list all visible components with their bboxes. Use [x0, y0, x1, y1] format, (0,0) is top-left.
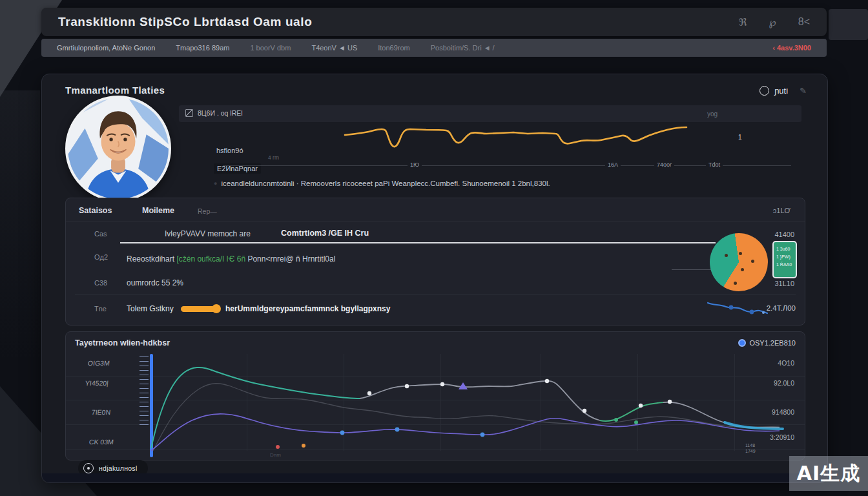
legend-line-3: 1 ŔAA0 [776, 261, 793, 269]
timeseries-badge-label: OSY1.2EB810 [749, 339, 796, 347]
row2-green-text[interactable]: [cžén oufkca/I ŀЄ 6ñ [176, 254, 247, 264]
row1-text2: Comtrtiom3 /GE IH Cru [281, 229, 369, 238]
watermark: AI生成 [789, 456, 868, 491]
row4-value: 2.4T.Л00 [767, 304, 796, 312]
chart-description: ● iceandlelduncnmtotinli · Remooverls ri… [214, 180, 550, 187]
y-label-3: 7IE0N [91, 408, 110, 416]
ornament-icon-3[interactable]: 8< [798, 16, 810, 28]
table-header-col2[interactable]: Moileme [142, 206, 174, 215]
sparkline-blue [707, 299, 769, 317]
x-tick-1: 1Ю [408, 161, 422, 168]
y-label-1: OIG3M [87, 359, 110, 367]
pie-dot [725, 254, 728, 257]
row1-text: IvleyPVAVV memoch are [165, 229, 251, 238]
record-icon [83, 463, 94, 473]
background-shape [0, 90, 40, 362]
refresh-control[interactable]: ɲuti ✎ [760, 86, 807, 96]
timeseries-panel: Tayetrneon wlien-hdkbsr OSY1.2EB810 OIG3… [65, 331, 805, 460]
y-label-2: YI4520| [85, 379, 108, 387]
axis-note: 4 rm [268, 154, 279, 161]
chart-meta: 8Ц6И . oq lREl [185, 109, 243, 117]
ornament-icon-1[interactable]: ℜ [739, 16, 747, 28]
dashboard-screen: Transkitionn StipSCo Lbrtdasd Oam ualo ℜ… [0, 0, 868, 496]
pie-dot [741, 268, 744, 271]
chart-meta-right: yog [707, 110, 718, 118]
line-chart-yellow [339, 125, 701, 158]
row1-value: 41400 [774, 231, 794, 238]
nav-bar: Gmrtiulopnoliom, AtoNe Gonon Tmapo316 89… [41, 39, 827, 57]
title-bar-icons: ℜ ℘ 8< [739, 16, 810, 28]
pie-chart [710, 233, 768, 291]
x-tick-3: 74oor [654, 161, 674, 168]
progress-bar [181, 306, 216, 312]
nav-item-2[interactable]: Tmapo316 89am [176, 44, 229, 52]
table-header-col1[interactable]: Sataisos [79, 206, 112, 215]
nav-item-1[interactable]: Gmrtiulopnoliom, AtoNe Gonon [57, 44, 155, 52]
refresh-label: ɲuti [774, 86, 788, 96]
pie-dot [734, 282, 737, 285]
chart-description-text: iceandlelduncnmtotinli · Remooverls rico… [221, 180, 550, 187]
row3-key: C38 [94, 279, 107, 287]
row3-value: 31L10 [774, 280, 794, 287]
legend-line-2: 1 }PW) [776, 253, 793, 261]
row4-text: Tolem Gstkny [127, 304, 174, 313]
corner-line-2: 1749 [745, 449, 756, 455]
row2-content: Reeostkdihart [cžén oufkca/I ŀЄ 6ñ Ponn<… [127, 253, 335, 264]
divider [75, 294, 796, 294]
pie-callout-line [672, 269, 712, 270]
chart-meta-label: 8Ц6И . oq lREl [198, 109, 243, 117]
series-label-1[interactable]: hsflon9ó [216, 147, 243, 154]
nav-item-5[interactable]: Iton69rom [378, 44, 410, 52]
table-header-value: ɔ1LƠ [773, 207, 790, 214]
title-bar: Transkitionn StipSCo Lbrtdasd Oam ualo ℜ… [41, 8, 827, 36]
app-title: Transkitionn StipSCo Lbrtdasd Oam ualo [58, 15, 312, 29]
status-table: Sataisos Moileme Rep— ɔ1LƠ Cas IvleyPVAV… [65, 198, 805, 326]
refresh-circle-icon [760, 86, 769, 96]
bullet-icon: ● [214, 180, 217, 187]
row2-text: Reeostkdihart [127, 254, 176, 264]
chart-type-icon [185, 109, 193, 117]
nav-item-3[interactable]: 1 boorV dbm [250, 44, 291, 52]
corner-line-1: 1148 [745, 443, 756, 449]
row1-key: Cas [94, 230, 107, 238]
highlight-rule [120, 242, 716, 243]
background-shape [829, 9, 868, 40]
nav-item-4[interactable]: T4eonV ◄ US [311, 44, 357, 52]
x-axis-note: Dnm [270, 452, 281, 458]
timeseries-title: Tayetrneon wlien-hdkbsr [75, 338, 170, 347]
edit-icon[interactable]: ✎ [800, 86, 807, 96]
multi-line-chart [147, 354, 792, 457]
row3-text: oumrordc 55 2% [127, 278, 183, 287]
row4-note: herUmmldgereypamcfammnck bgyllagpxnsy [225, 304, 390, 313]
card-footer-band [42, 473, 827, 482]
pie-legend: 1 3u60 1 }PW) 1 ŔAA0 [772, 241, 797, 278]
card-title: Tmanartloom Tlaties [65, 85, 165, 96]
y-label-4: CK 03M [88, 438, 114, 446]
timeseries-badge[interactable]: OSY1.2EB810 [738, 339, 796, 347]
x-tick-2: 16A [605, 161, 621, 168]
x-tick-4: Tdot [706, 161, 723, 168]
nav-alert-value: ‹ 4asv.3N00 [772, 44, 811, 52]
main-card: Tmanartloom Tlaties ɲuti ✎ [41, 74, 828, 483]
chart-corner-label: 1148 1749 [745, 443, 756, 455]
divider [66, 222, 805, 222]
row2-key: Oд2 [94, 253, 108, 261]
row2-text2: Ponn<rnrei@ ñ Hrnrtitl0al [247, 254, 335, 264]
avatar[interactable] [65, 96, 171, 202]
row4-key: Tne [94, 305, 107, 313]
avatar-image [68, 98, 169, 199]
table-header-col2-dim: Rep— [198, 207, 217, 215]
legend-line-1: 1 3u60 [776, 245, 793, 253]
ornament-icon-2[interactable]: ℘ [769, 16, 776, 28]
chart-point-marker: 1 [738, 134, 742, 141]
pie-dot [751, 260, 754, 263]
pie-dot [739, 252, 742, 255]
progress-bar-cap [212, 304, 221, 313]
badge-circle-icon [738, 339, 746, 347]
footer-tab-label: нdjakuлнosl [99, 464, 138, 472]
nav-item-6[interactable]: Posboitim/S. Dri ◄ / [431, 44, 495, 52]
